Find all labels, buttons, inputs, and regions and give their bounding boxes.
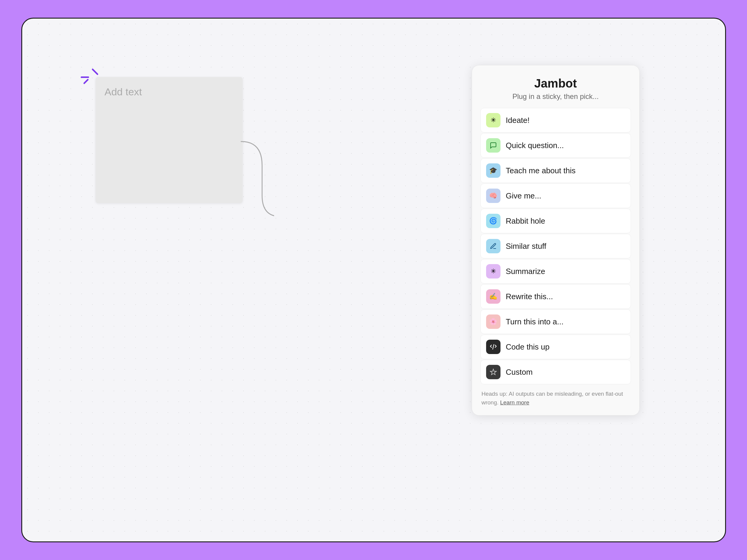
custom-label: Custom	[506, 368, 533, 377]
jambot-header: Jambot Plug in a sticky, then pick...	[481, 76, 631, 101]
menu-item-summarize[interactable]: ✳ Summarize	[481, 259, 631, 284]
quick-question-label: Quick question...	[506, 141, 564, 150]
teach-label: Teach me about this	[506, 166, 576, 176]
rewrite-label: Rewrite this...	[506, 292, 553, 301]
ideate-icon: ✳	[486, 113, 500, 127]
jambot-panel: Jambot Plug in a sticky, then pick... ✳ …	[472, 65, 640, 416]
menu-item-rewrite[interactable]: ✍️ Rewrite this...	[481, 284, 631, 309]
menu-item-rabbit-hole[interactable]: 🌀 Rabbit hole	[481, 209, 631, 233]
give-me-icon: 🧠	[486, 189, 500, 203]
menu-item-teach[interactable]: 🎓 Teach me about this	[481, 158, 631, 183]
sticky-note[interactable]: Add text	[96, 77, 242, 203]
menu-item-code[interactable]: Code this up	[481, 335, 631, 359]
rabbit-hole-icon: 🌀	[486, 214, 500, 228]
menu-item-turn-into[interactable]: 🌸 Turn this into a...	[481, 310, 631, 334]
jambot-menu-list: ✳ Ideate! Quick question... 🎓 Teach me a…	[481, 108, 631, 384]
code-icon	[486, 340, 500, 354]
similar-stuff-label: Similar stuff	[506, 242, 546, 251]
main-frame: Add text Jambot Plug in a sticky, then p…	[21, 18, 726, 542]
menu-item-give-me[interactable]: 🧠 Give me...	[481, 184, 631, 208]
teach-icon: 🎓	[486, 163, 500, 178]
disclaimer-text: Heads up: AI outputs can be misleading, …	[481, 390, 631, 407]
jambot-subtitle: Plug in a sticky, then pick...	[481, 92, 631, 101]
menu-item-custom[interactable]: Custom	[481, 360, 631, 384]
custom-icon	[486, 365, 500, 379]
similar-stuff-icon	[486, 239, 500, 253]
learn-more-link[interactable]: Learn more	[500, 399, 529, 406]
summarize-label: Summarize	[506, 267, 545, 276]
spinner-line-3	[83, 79, 89, 84]
code-label: Code this up	[506, 342, 550, 352]
give-me-label: Give me...	[506, 191, 541, 201]
rewrite-icon: ✍️	[486, 289, 500, 304]
menu-item-ideate[interactable]: ✳ Ideate!	[481, 108, 631, 133]
summarize-icon: ✳	[486, 264, 500, 278]
menu-item-similar-stuff[interactable]: Similar stuff	[481, 234, 631, 259]
ideate-label: Ideate!	[506, 116, 530, 125]
spinner-line-1	[92, 68, 98, 75]
turn-into-icon: 🌸	[486, 315, 500, 329]
rabbit-hole-label: Rabbit hole	[506, 216, 545, 226]
jambot-title: Jambot	[481, 76, 631, 90]
sticky-note-placeholder: Add text	[105, 86, 142, 98]
menu-item-quick-question[interactable]: Quick question...	[481, 133, 631, 158]
quick-question-icon	[486, 138, 500, 153]
spinner-line-2	[81, 76, 89, 78]
turn-into-label: Turn this into a...	[506, 317, 564, 326]
